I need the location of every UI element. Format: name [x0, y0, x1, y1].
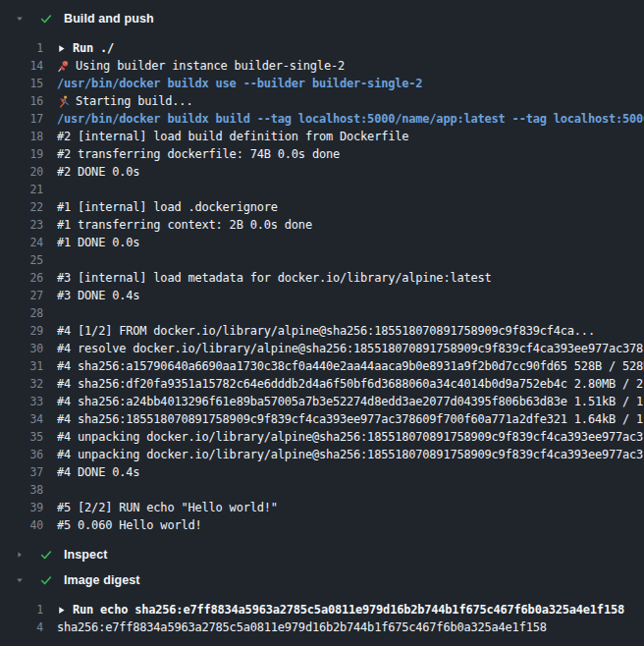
log-text-wrap: #1 DONE 0.0s: [57, 234, 644, 251]
log-text-wrap: #1 [internal] load .dockerignore: [57, 198, 644, 216]
section-header-build-and-push[interactable]: Build and push: [0, 6, 644, 31]
line-number[interactable]: 38: [0, 481, 43, 499]
log-text: #4 resolve docker.io/library/alpine@sha2…: [57, 340, 643, 357]
section-lines-build-and-push: 1Run ./14Using builder instance builder-…: [0, 31, 644, 542]
line-number[interactable]: 22: [0, 198, 43, 216]
line-number[interactable]: 23: [0, 216, 43, 234]
log-text: Starting build...: [76, 92, 192, 110]
log-text-wrap: #2 DONE 0.0s: [57, 163, 644, 181]
log-text: #1 [internal] load .dockerignore: [57, 198, 278, 216]
log-line: 18#2 [internal] load build definition fr…: [0, 128, 644, 145]
log-text: Run ./: [73, 39, 114, 57]
line-number[interactable]: 4: [0, 619, 43, 636]
log-text-wrap: #5 [2/2] RUN echo "Hello world!": [57, 499, 644, 516]
log-text-wrap: #2 [internal] load build definition from…: [57, 128, 644, 145]
log-text: #4 DONE 0.4s: [57, 463, 139, 481]
line-number[interactable]: 31: [0, 357, 43, 375]
line-number[interactable]: 19: [0, 145, 43, 163]
log-line: 19#2 transferring dockerfile: 74B 0.0s d…: [0, 145, 644, 163]
log-text-wrap: Run ./: [57, 39, 644, 57]
line-number[interactable]: 16: [0, 92, 43, 110]
log-text: #4 [1/2] FROM docker.io/library/alpine@s…: [57, 322, 595, 340]
line-number[interactable]: 26: [0, 269, 43, 287]
log-text-wrap: sha256:e7ff8834a5963a2785c5a0811e979d16b…: [57, 619, 644, 636]
log-text-wrap: #4 sha256:a24bb4013296f61e89ba57005a7b3e…: [57, 393, 644, 410]
log-text-wrap: #2 transferring dockerfile: 74B 0.0s don…: [57, 145, 644, 163]
play-expander-icon[interactable]: [57, 606, 66, 615]
log-text-wrap: #4 DONE 0.4s: [57, 463, 644, 481]
log-text: Using builder instance builder-single-2: [76, 57, 345, 75]
line-number[interactable]: 17: [0, 110, 43, 128]
line-number[interactable]: 25: [0, 251, 43, 269]
log-line: 27#3 DONE 0.4s: [0, 287, 644, 304]
section-header-inspect[interactable]: Inspect: [0, 542, 644, 567]
log-line: 20#2 DONE 0.0s: [0, 163, 644, 181]
log-text: Run echo sha256:e7ff8834a5963a2785c5a081…: [73, 601, 624, 619]
line-number[interactable]: 20: [0, 163, 43, 181]
log-line: 32#4 sha256:df20fa9351a15782c64e6dddb2d4…: [0, 375, 644, 393]
log-text-wrap: #3 [internal] load metadata for docker.i…: [57, 269, 644, 287]
log-line: 15/usr/bin/docker buildx use --builder b…: [0, 75, 644, 92]
section-title: Build and push: [64, 12, 154, 26]
line-number[interactable]: 34: [0, 410, 43, 428]
log-text: #2 DONE 0.0s: [57, 163, 139, 181]
section-header-image-digest[interactable]: Image digest: [0, 567, 644, 593]
line-number[interactable]: 21: [0, 181, 43, 198]
log-text: /usr/bin/docker buildx build --tag local…: [57, 110, 644, 128]
log-line: 4sha256:e7ff8834a5963a2785c5a0811e979d16…: [0, 619, 644, 636]
log-text-wrap: #4 sha256:df20fa9351a15782c64e6dddb2d4a6…: [57, 375, 644, 393]
log-text: #4 sha256:185518070891758909c9f839cf4ca3…: [57, 410, 643, 428]
log-text: #3 DONE 0.4s: [57, 287, 139, 304]
line-number[interactable]: 30: [0, 340, 43, 357]
line-number[interactable]: 27: [0, 287, 43, 304]
line-number[interactable]: 1: [0, 39, 43, 57]
section-title: Inspect: [64, 548, 107, 562]
chevron-down-icon: [9, 575, 30, 585]
line-number[interactable]: 33: [0, 393, 43, 410]
line-number[interactable]: 14: [0, 57, 43, 75]
log-text: #2 [internal] load build definition from…: [57, 128, 408, 145]
log-line: 39#5 [2/2] RUN echo "Hello world!": [0, 499, 644, 516]
line-number[interactable]: 37: [0, 463, 43, 481]
pushpin-icon: [57, 60, 70, 73]
play-expander-icon[interactable]: [57, 44, 66, 53]
line-number[interactable]: 35: [0, 428, 43, 446]
log-text-wrap: #3 DONE 0.4s: [57, 287, 644, 304]
line-number[interactable]: 18: [0, 128, 43, 145]
log-line: 29#4 [1/2] FROM docker.io/library/alpine…: [0, 322, 644, 340]
line-number[interactable]: 36: [0, 446, 43, 463]
section-lines-image-digest: 1Run echo sha256:e7ff8834a5963a2785c5a08…: [0, 593, 644, 644]
log-text: #5 0.060 Hello world!: [57, 516, 202, 534]
chevron-down-icon: [9, 14, 30, 24]
log-line: 35#4 unpacking docker.io/library/alpine@…: [0, 428, 644, 446]
line-number[interactable]: 24: [0, 234, 43, 251]
log-line: 28: [0, 304, 644, 322]
line-number[interactable]: 32: [0, 375, 43, 393]
log-section-inspect: Inspect: [0, 542, 644, 567]
log-text-wrap: #5 0.060 Hello world!: [57, 516, 644, 534]
workflow-log-viewer: Build and push1Run ./14Using builder ins…: [0, 0, 644, 644]
log-line: 37#4 DONE 0.4s: [0, 463, 644, 481]
line-number[interactable]: 15: [0, 75, 43, 92]
log-line: 1Run ./: [0, 39, 644, 57]
log-line: 14Using builder instance builder-single-…: [0, 57, 644, 75]
log-line: 23#1 transferring context: 2B 0.0s done: [0, 216, 644, 234]
log-line: 17/usr/bin/docker buildx build --tag loc…: [0, 110, 644, 128]
log-text-wrap: #4 unpacking docker.io/library/alpine@sh…: [57, 446, 644, 463]
line-number[interactable]: 29: [0, 322, 43, 340]
line-number[interactable]: 39: [0, 499, 43, 516]
section-title: Image digest: [64, 573, 140, 587]
log-line: 1Run echo sha256:e7ff8834a5963a2785c5a08…: [0, 601, 644, 619]
log-text: #1 transferring context: 2B 0.0s done: [57, 216, 312, 234]
log-text: #4 unpacking docker.io/library/alpine@sh…: [57, 446, 643, 463]
log-text: #3 [internal] load metadata for docker.i…: [57, 269, 492, 287]
log-line: 22#1 [internal] load .dockerignore: [0, 198, 644, 216]
log-line: 26#3 [internal] load metadata for docker…: [0, 269, 644, 287]
line-number[interactable]: 40: [0, 516, 43, 534]
log-line: 24#1 DONE 0.0s: [0, 234, 644, 251]
line-number[interactable]: 28: [0, 304, 43, 322]
log-text-wrap: [57, 181, 644, 198]
line-number[interactable]: 1: [0, 601, 43, 619]
log-text: #5 [2/2] RUN echo "Hello world!": [57, 499, 278, 516]
check-icon: [36, 12, 56, 26]
